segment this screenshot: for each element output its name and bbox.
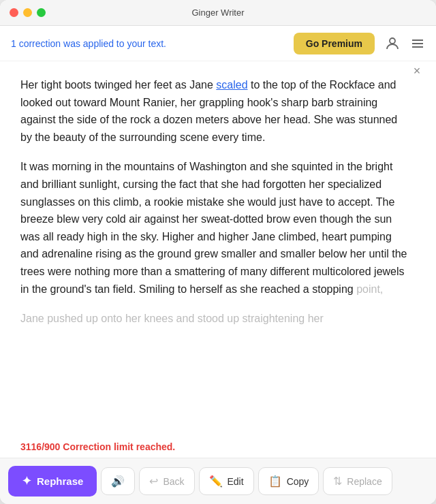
sound-button[interactable]: 🔊	[101, 467, 135, 495]
edit-icon: ✏️	[209, 475, 223, 488]
faded-line: Jane pushed up onto her knees and stood …	[20, 313, 324, 324]
copy-button[interactable]: 📋 Copy	[258, 467, 320, 495]
top-bar-right: Go Premium	[294, 33, 425, 54]
traffic-lights	[10, 8, 46, 17]
paragraph-2: It was morning in the mountains of Washi…	[20, 158, 407, 298]
back-icon: ↩	[149, 475, 158, 488]
copy-label: Copy	[287, 476, 309, 487]
go-premium-button[interactable]: Go Premium	[294, 33, 375, 54]
copy-icon: 📋	[268, 475, 282, 488]
title-bar: Ginger Writer	[0, 0, 436, 26]
hamburger-icon	[410, 36, 425, 51]
app-window: Ginger Writer 1 correction was applied t…	[0, 0, 436, 504]
replace-button[interactable]: ⇅ Replace	[323, 467, 392, 495]
user-icon	[384, 35, 401, 52]
paragraph-2-text: It was morning in the mountains of Washi…	[20, 161, 407, 294]
faded-point: point,	[356, 283, 383, 295]
paragraph-3-faded: Jane pushed up onto her knees and stood …	[20, 310, 407, 328]
back-label: Back	[163, 476, 184, 487]
content-area: Her tight boots twinged her feet as Jane…	[0, 61, 436, 439]
correction-message: 1 correction was applied to your text.	[11, 38, 166, 49]
edit-label: Edit	[228, 476, 244, 487]
maximize-traffic-light[interactable]	[37, 8, 46, 17]
paragraph-1-before: Her tight boots twinged her feet as Jane	[20, 79, 216, 91]
correction-limit-msg: Correction limit reached.	[63, 441, 175, 452]
scaled-word[interactable]: scaled	[216, 79, 247, 91]
edit-button[interactable]: ✏️ Edit	[199, 467, 254, 495]
rephrase-label: Rephrase	[37, 475, 83, 487]
sparkle-icon: ✦	[22, 474, 31, 488]
bottom-toolbar: ✦ Rephrase 🔊 ↩ Back ✏️ Edit 📋 Copy ⇅ Rep…	[0, 458, 436, 504]
close-overlay-button[interactable]: ×	[407, 61, 426, 80]
menu-icon-button[interactable]	[410, 36, 425, 51]
replace-label: Replace	[347, 476, 382, 487]
top-bar: 1 correction was applied to your text. G…	[0, 26, 436, 61]
correction-limit-bar: 3116/900 Correction limit reached.	[0, 439, 436, 458]
sound-icon: 🔊	[111, 475, 125, 488]
minimize-traffic-light[interactable]	[23, 8, 32, 17]
close-traffic-light[interactable]	[10, 8, 18, 17]
window-title: Ginger Writer	[191, 7, 244, 18]
user-icon-button[interactable]	[384, 35, 401, 52]
svg-point-0	[390, 38, 395, 44]
rephrase-button[interactable]: ✦ Rephrase	[8, 466, 97, 497]
paragraph-1: Her tight boots twinged her feet as Jane…	[20, 76, 407, 146]
replace-icon: ⇅	[333, 475, 342, 488]
back-button[interactable]: ↩ Back	[139, 467, 194, 495]
correction-count: 3116/900	[20, 441, 60, 452]
